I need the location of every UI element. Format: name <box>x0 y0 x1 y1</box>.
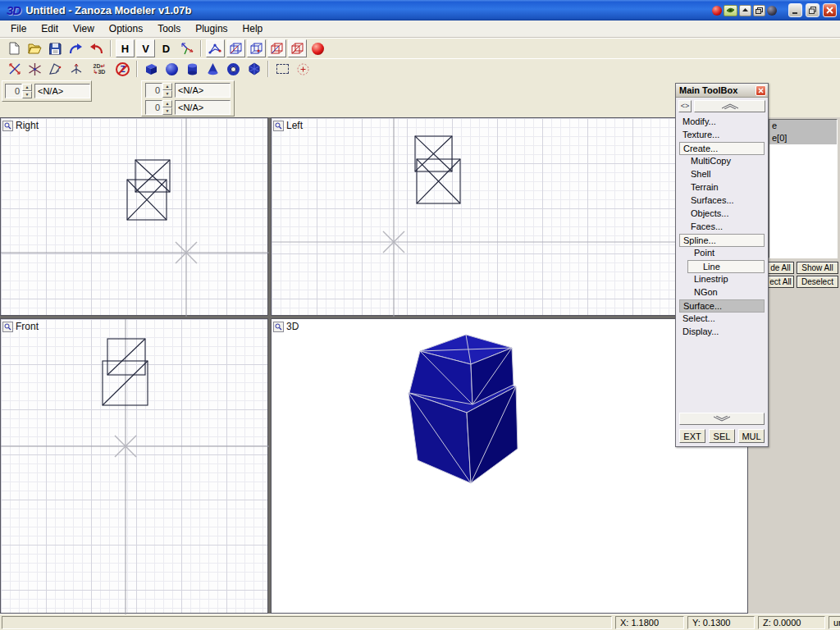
create-cylinder-button[interactable] <box>183 60 202 78</box>
window-span-button[interactable] <box>753 5 765 16</box>
toolbox-item-display[interactable]: Display... <box>679 326 765 339</box>
menu-plugins[interactable]: Plugins <box>188 21 235 37</box>
vertical-view-toggle[interactable]: V <box>136 39 155 57</box>
toolbox-item-multicopy[interactable]: MultiCopy <box>679 155 765 168</box>
viewport-zoom-chip[interactable] <box>2 121 13 131</box>
collapse-window-button[interactable] <box>739 5 751 16</box>
undo-button[interactable] <box>87 39 106 57</box>
menu-view[interactable]: View <box>66 21 102 37</box>
viewport-zoom-chip[interactable] <box>273 121 284 131</box>
select-all-button[interactable]: ect All <box>767 276 794 288</box>
scene-tree-item[interactable]: e <box>769 120 837 132</box>
param-na-field[interactable]: <N/A> <box>34 84 90 98</box>
toolbox-item-shell[interactable]: Shell <box>679 168 765 181</box>
scene-tree-list[interactable]: e e[0] <box>769 119 838 258</box>
material-sphere-button[interactable] <box>308 39 327 57</box>
toolbox-item-ngon[interactable]: NGon <box>679 286 765 299</box>
circle-select-button[interactable] <box>294 60 313 78</box>
param-na-field[interactable]: <N/A> <box>175 83 231 98</box>
axis-tool-button[interactable] <box>66 60 85 78</box>
axes-gizmo-button[interactable] <box>177 39 196 57</box>
spinner-up-icon[interactable]: ▲ <box>162 83 172 90</box>
minimize-button[interactable] <box>788 3 802 17</box>
spinner-down-icon[interactable]: ▼ <box>162 107 172 115</box>
save-button[interactable] <box>46 39 65 57</box>
toolbox-title-bar[interactable]: Main ToolBox <box>676 84 768 98</box>
toolbox-collapse-up-button[interactable] <box>694 100 765 112</box>
menu-edit[interactable]: Edit <box>34 21 66 37</box>
param-na-field[interactable]: <N/A> <box>175 100 231 115</box>
param-value-field[interactable]: 0 <box>5 84 22 98</box>
toolbox-item-terrain[interactable]: Terrain <box>679 181 765 194</box>
hide-all-button[interactable]: de All <box>767 262 794 274</box>
mul-button[interactable]: MUL <box>738 429 765 443</box>
toolbox-item-surfaces[interactable]: Surfaces... <box>679 194 765 208</box>
nview-dark-ball-icon[interactable] <box>767 6 777 16</box>
viewport-front[interactable]: Front <box>0 318 268 614</box>
create-cube-button[interactable] <box>142 60 161 78</box>
vertex-mode-button[interactable] <box>206 39 225 57</box>
viewport-zoom-chip[interactable] <box>273 322 284 332</box>
viewport-zoom-chip[interactable] <box>2 322 13 332</box>
close-button[interactable] <box>823 3 837 17</box>
param-spinner[interactable]: ▲▼ <box>162 100 172 115</box>
toolbox-item-spline[interactable]: Spline... <box>679 234 765 247</box>
face-mode-button[interactable] <box>247 39 266 57</box>
toolbox-item-faces[interactable]: Faces... <box>679 221 765 234</box>
extrude-polygon-button[interactable] <box>46 60 65 78</box>
create-geosphere-button[interactable] <box>244 60 263 78</box>
menu-file[interactable]: File <box>3 21 34 37</box>
param-value-field[interactable]: 0 <box>145 100 162 115</box>
redo-button[interactable] <box>66 39 85 57</box>
toolbox-item-line[interactable]: Line <box>687 260 765 273</box>
toolbox-item-linestrip[interactable]: Linestrip <box>679 273 765 286</box>
toolbox-item-objects[interactable]: Objects... <box>679 208 765 221</box>
toolbox-item-point[interactable]: Point <box>679 247 765 260</box>
spinner-up-icon[interactable]: ▲ <box>162 100 172 107</box>
restore-button[interactable] <box>806 3 819 17</box>
menu-tools[interactable]: Tools <box>150 21 188 37</box>
viewport-right[interactable]: Right <box>0 117 268 316</box>
open-file-button[interactable] <box>25 39 44 57</box>
spinner-down-icon[interactable]: ▼ <box>22 91 32 98</box>
object-mode-button[interactable] <box>288 39 307 57</box>
param-value-field[interactable]: 0 <box>145 83 162 98</box>
new-file-button[interactable] <box>5 39 24 57</box>
show-all-button[interactable]: Show All <box>797 262 838 274</box>
edge-mode-button[interactable] <box>226 39 245 57</box>
create-cone-button[interactable] <box>203 60 222 78</box>
menu-help[interactable]: Help <box>235 21 271 37</box>
ext-button[interactable]: EXT <box>679 429 705 443</box>
toolbox-collapse-down-button[interactable] <box>679 413 765 425</box>
toolbox-item-surface[interactable]: Surface... <box>679 299 765 313</box>
param-spinner[interactable]: ▲▼ <box>162 83 172 98</box>
menu-options[interactable]: Options <box>102 21 150 37</box>
toolbox-toggle-button[interactable]: <> <box>678 100 692 112</box>
horizontal-view-toggle[interactable]: H <box>116 39 135 57</box>
toolbox-item-texture[interactable]: Texture... <box>679 129 765 142</box>
polygon-mode-button[interactable] <box>267 39 286 57</box>
toolbox-close-button[interactable] <box>756 85 766 96</box>
weld-vertices-button[interactable] <box>25 60 44 78</box>
create-sphere-button[interactable] <box>162 60 181 78</box>
rect-select-button[interactable] <box>273 60 292 78</box>
spinner-down-icon[interactable]: ▼ <box>162 90 172 98</box>
param-spinner[interactable]: ▲▼ <box>22 84 32 98</box>
create-torus-button[interactable] <box>224 60 243 78</box>
title-bar[interactable]: 3D Untitled - Zanoza Modeler v1.07b <box>0 0 840 21</box>
toggle-2d-3d-button[interactable]: 2D↵ ↳3D <box>87 60 112 78</box>
toolbox-item-create[interactable]: Create... <box>679 142 765 155</box>
nview-desktop-button[interactable] <box>724 5 737 16</box>
disable-z-button[interactable]: Z <box>113 60 132 78</box>
deselect-button[interactable]: Deselect <box>797 276 838 288</box>
toolbox-item-modify[interactable]: Modify... <box>679 116 765 129</box>
viewport-right-canvas[interactable] <box>1 118 269 317</box>
nview-red-ball-icon[interactable] <box>712 6 722 16</box>
spinner-up-icon[interactable]: ▲ <box>22 84 32 91</box>
toolbox-item-select[interactable]: Select... <box>679 313 765 326</box>
viewport-front-canvas[interactable] <box>1 319 269 614</box>
sel-button[interactable]: SEL <box>709 429 735 443</box>
scene-tree-item[interactable]: e[0] <box>769 132 837 144</box>
detach-button[interactable] <box>5 60 24 78</box>
depth-view-toggle[interactable]: D <box>157 39 176 57</box>
